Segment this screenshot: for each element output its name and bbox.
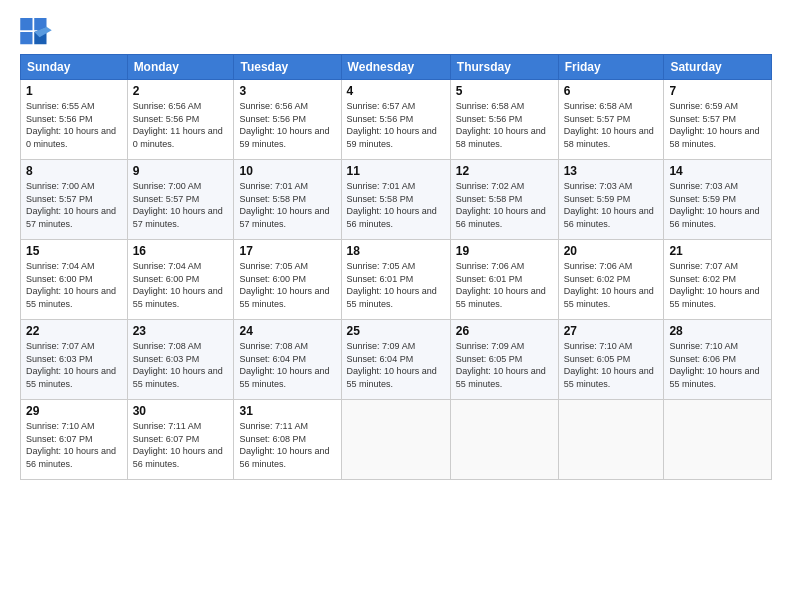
- calendar-cell: 1Sunrise: 6:55 AMSunset: 5:56 PMDaylight…: [21, 80, 128, 160]
- calendar-cell: 28Sunrise: 7:10 AMSunset: 6:06 PMDayligh…: [664, 320, 772, 400]
- calendar-cell: [450, 400, 558, 480]
- calendar-header-monday: Monday: [127, 55, 234, 80]
- day-number: 15: [26, 244, 122, 258]
- day-number: 22: [26, 324, 122, 338]
- day-number: 28: [669, 324, 766, 338]
- day-info: Sunrise: 6:59 AMSunset: 5:57 PMDaylight:…: [669, 100, 766, 150]
- day-info: Sunrise: 6:58 AMSunset: 5:56 PMDaylight:…: [456, 100, 553, 150]
- day-info: Sunrise: 7:00 AMSunset: 5:57 PMDaylight:…: [26, 180, 122, 230]
- calendar-cell: 23Sunrise: 7:08 AMSunset: 6:03 PMDayligh…: [127, 320, 234, 400]
- day-info: Sunrise: 7:01 AMSunset: 5:58 PMDaylight:…: [347, 180, 445, 230]
- calendar-cell: 8Sunrise: 7:00 AMSunset: 5:57 PMDaylight…: [21, 160, 128, 240]
- day-info: Sunrise: 7:06 AMSunset: 6:01 PMDaylight:…: [456, 260, 553, 310]
- day-info: Sunrise: 7:04 AMSunset: 6:00 PMDaylight:…: [26, 260, 122, 310]
- calendar-header-thursday: Thursday: [450, 55, 558, 80]
- day-number: 25: [347, 324, 445, 338]
- day-info: Sunrise: 7:06 AMSunset: 6:02 PMDaylight:…: [564, 260, 659, 310]
- calendar-header-wednesday: Wednesday: [341, 55, 450, 80]
- day-info: Sunrise: 7:10 AMSunset: 6:07 PMDaylight:…: [26, 420, 122, 470]
- day-number: 29: [26, 404, 122, 418]
- day-info: Sunrise: 6:57 AMSunset: 5:56 PMDaylight:…: [347, 100, 445, 150]
- calendar-cell: 30Sunrise: 7:11 AMSunset: 6:07 PMDayligh…: [127, 400, 234, 480]
- day-number: 21: [669, 244, 766, 258]
- calendar-cell: 14Sunrise: 7:03 AMSunset: 5:59 PMDayligh…: [664, 160, 772, 240]
- day-info: Sunrise: 7:10 AMSunset: 6:05 PMDaylight:…: [564, 340, 659, 390]
- calendar-table: SundayMondayTuesdayWednesdayThursdayFrid…: [20, 54, 772, 480]
- day-number: 19: [456, 244, 553, 258]
- day-number: 2: [133, 84, 229, 98]
- calendar-header-friday: Friday: [558, 55, 664, 80]
- day-info: Sunrise: 7:04 AMSunset: 6:00 PMDaylight:…: [133, 260, 229, 310]
- calendar-week-3: 15Sunrise: 7:04 AMSunset: 6:00 PMDayligh…: [21, 240, 772, 320]
- calendar-cell: 22Sunrise: 7:07 AMSunset: 6:03 PMDayligh…: [21, 320, 128, 400]
- day-number: 13: [564, 164, 659, 178]
- calendar-week-2: 8Sunrise: 7:00 AMSunset: 5:57 PMDaylight…: [21, 160, 772, 240]
- calendar-cell: 26Sunrise: 7:09 AMSunset: 6:05 PMDayligh…: [450, 320, 558, 400]
- day-info: Sunrise: 7:05 AMSunset: 6:00 PMDaylight:…: [239, 260, 335, 310]
- day-number: 30: [133, 404, 229, 418]
- day-info: Sunrise: 7:11 AMSunset: 6:07 PMDaylight:…: [133, 420, 229, 470]
- calendar-cell: 13Sunrise: 7:03 AMSunset: 5:59 PMDayligh…: [558, 160, 664, 240]
- day-number: 26: [456, 324, 553, 338]
- calendar-week-5: 29Sunrise: 7:10 AMSunset: 6:07 PMDayligh…: [21, 400, 772, 480]
- calendar-cell: 15Sunrise: 7:04 AMSunset: 6:00 PMDayligh…: [21, 240, 128, 320]
- calendar-cell: 3Sunrise: 6:56 AMSunset: 5:56 PMDaylight…: [234, 80, 341, 160]
- calendar-cell: 17Sunrise: 7:05 AMSunset: 6:00 PMDayligh…: [234, 240, 341, 320]
- calendar-header-sunday: Sunday: [21, 55, 128, 80]
- day-number: 7: [669, 84, 766, 98]
- page: SundayMondayTuesdayWednesdayThursdayFrid…: [0, 0, 792, 612]
- calendar-cell: 9Sunrise: 7:00 AMSunset: 5:57 PMDaylight…: [127, 160, 234, 240]
- calendar-cell: 7Sunrise: 6:59 AMSunset: 5:57 PMDaylight…: [664, 80, 772, 160]
- calendar-cell: 10Sunrise: 7:01 AMSunset: 5:58 PMDayligh…: [234, 160, 341, 240]
- calendar-cell: 27Sunrise: 7:10 AMSunset: 6:05 PMDayligh…: [558, 320, 664, 400]
- day-info: Sunrise: 7:08 AMSunset: 6:03 PMDaylight:…: [133, 340, 229, 390]
- day-info: Sunrise: 7:08 AMSunset: 6:04 PMDaylight:…: [239, 340, 335, 390]
- day-number: 31: [239, 404, 335, 418]
- calendar-cell: 19Sunrise: 7:06 AMSunset: 6:01 PMDayligh…: [450, 240, 558, 320]
- day-number: 24: [239, 324, 335, 338]
- calendar-cell: 6Sunrise: 6:58 AMSunset: 5:57 PMDaylight…: [558, 80, 664, 160]
- calendar-cell: 16Sunrise: 7:04 AMSunset: 6:00 PMDayligh…: [127, 240, 234, 320]
- day-info: Sunrise: 7:09 AMSunset: 6:05 PMDaylight:…: [456, 340, 553, 390]
- svg-rect-1: [20, 32, 32, 44]
- calendar-cell: 2Sunrise: 6:56 AMSunset: 5:56 PMDaylight…: [127, 80, 234, 160]
- day-info: Sunrise: 7:02 AMSunset: 5:58 PMDaylight:…: [456, 180, 553, 230]
- day-number: 4: [347, 84, 445, 98]
- day-number: 3: [239, 84, 335, 98]
- logo-icon: [20, 18, 52, 46]
- calendar-cell: 24Sunrise: 7:08 AMSunset: 6:04 PMDayligh…: [234, 320, 341, 400]
- day-info: Sunrise: 6:56 AMSunset: 5:56 PMDaylight:…: [239, 100, 335, 150]
- day-info: Sunrise: 7:00 AMSunset: 5:57 PMDaylight:…: [133, 180, 229, 230]
- day-info: Sunrise: 6:58 AMSunset: 5:57 PMDaylight:…: [564, 100, 659, 150]
- day-number: 9: [133, 164, 229, 178]
- day-number: 11: [347, 164, 445, 178]
- logo: [20, 18, 56, 46]
- day-number: 12: [456, 164, 553, 178]
- calendar-cell: 18Sunrise: 7:05 AMSunset: 6:01 PMDayligh…: [341, 240, 450, 320]
- day-info: Sunrise: 7:09 AMSunset: 6:04 PMDaylight:…: [347, 340, 445, 390]
- day-number: 6: [564, 84, 659, 98]
- day-number: 27: [564, 324, 659, 338]
- calendar-cell: 11Sunrise: 7:01 AMSunset: 5:58 PMDayligh…: [341, 160, 450, 240]
- calendar-cell: [341, 400, 450, 480]
- day-info: Sunrise: 6:56 AMSunset: 5:56 PMDaylight:…: [133, 100, 229, 150]
- calendar-header-row: SundayMondayTuesdayWednesdayThursdayFrid…: [21, 55, 772, 80]
- calendar-cell: 4Sunrise: 6:57 AMSunset: 5:56 PMDaylight…: [341, 80, 450, 160]
- calendar-header-tuesday: Tuesday: [234, 55, 341, 80]
- day-info: Sunrise: 7:07 AMSunset: 6:03 PMDaylight:…: [26, 340, 122, 390]
- calendar-cell: 25Sunrise: 7:09 AMSunset: 6:04 PMDayligh…: [341, 320, 450, 400]
- calendar-week-1: 1Sunrise: 6:55 AMSunset: 5:56 PMDaylight…: [21, 80, 772, 160]
- day-info: Sunrise: 7:07 AMSunset: 6:02 PMDaylight:…: [669, 260, 766, 310]
- day-number: 17: [239, 244, 335, 258]
- day-number: 8: [26, 164, 122, 178]
- day-number: 1: [26, 84, 122, 98]
- day-number: 14: [669, 164, 766, 178]
- day-info: Sunrise: 7:03 AMSunset: 5:59 PMDaylight:…: [564, 180, 659, 230]
- calendar-cell: [558, 400, 664, 480]
- day-info: Sunrise: 7:10 AMSunset: 6:06 PMDaylight:…: [669, 340, 766, 390]
- day-number: 23: [133, 324, 229, 338]
- day-number: 16: [133, 244, 229, 258]
- calendar-cell: 20Sunrise: 7:06 AMSunset: 6:02 PMDayligh…: [558, 240, 664, 320]
- calendar-cell: 12Sunrise: 7:02 AMSunset: 5:58 PMDayligh…: [450, 160, 558, 240]
- header: [20, 18, 772, 46]
